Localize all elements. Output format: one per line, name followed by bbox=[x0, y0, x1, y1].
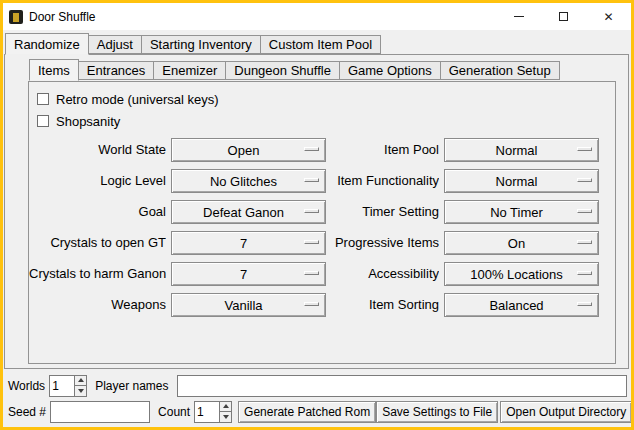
logic-level-value: No Glitches bbox=[210, 174, 287, 189]
close-icon: ✕ bbox=[603, 11, 613, 23]
count-increment-button[interactable] bbox=[220, 402, 231, 412]
tab-custom-item-pool[interactable]: Custom Item Pool bbox=[260, 35, 381, 54]
dropdown-indicator-icon bbox=[304, 271, 319, 275]
dropdown-indicator-icon bbox=[577, 240, 592, 244]
app-window: Door Shuffle ✕ Randomize Adjust Starting… bbox=[0, 0, 634, 430]
accessibility-dropdown[interactable]: 100% Locations bbox=[444, 262, 599, 286]
dropdown-indicator-icon bbox=[304, 302, 319, 306]
tab-adjust[interactable]: Adjust bbox=[88, 35, 142, 54]
item-functionality-label: Item Functionality bbox=[331, 169, 439, 193]
crystals-harm-ganon-dropdown[interactable]: 7 bbox=[171, 262, 326, 286]
worlds-row: Worlds Player names bbox=[8, 374, 628, 397]
dropdown-indicator-icon bbox=[304, 147, 319, 151]
logic-level-label: Logic Level bbox=[29, 169, 166, 193]
goal-label: Goal bbox=[29, 200, 166, 224]
item-functionality-dropdown[interactable]: Normal bbox=[444, 169, 599, 193]
spin-up-icon bbox=[223, 404, 229, 408]
retro-mode-checkbox-row[interactable]: Retro mode (universal keys) bbox=[37, 88, 615, 110]
window-title: Door Shuffle bbox=[29, 10, 96, 24]
weapons-label: Weapons bbox=[29, 293, 166, 317]
count-label: Count bbox=[158, 405, 190, 419]
tab-enemizer[interactable]: Enemizer bbox=[153, 61, 226, 80]
dropdown-indicator-icon bbox=[577, 178, 592, 182]
worlds-spin-buttons bbox=[74, 376, 86, 396]
close-button[interactable]: ✕ bbox=[586, 3, 631, 30]
seed-label: Seed # bbox=[8, 405, 46, 419]
dropdown-indicator-icon bbox=[304, 178, 319, 182]
weapons-value: Vanilla bbox=[224, 298, 272, 313]
goal-dropdown[interactable]: Defeat Ganon bbox=[171, 200, 326, 224]
seed-row: Seed # Count Generate Patched Rom Save S… bbox=[8, 400, 628, 423]
timer-setting-label: Timer Setting bbox=[331, 200, 439, 224]
accessibility-label: Accessibility bbox=[331, 262, 439, 286]
shopsanity-label: Shopsanity bbox=[56, 114, 120, 129]
dropdown-indicator-icon bbox=[304, 240, 319, 244]
open-output-directory-button[interactable]: Open Output Directory bbox=[500, 401, 632, 423]
worlds-label: Worlds bbox=[8, 379, 45, 393]
player-names-label: Player names bbox=[95, 379, 168, 393]
worlds-spinner[interactable] bbox=[49, 375, 87, 397]
weapons-dropdown[interactable]: Vanilla bbox=[171, 293, 326, 317]
item-sorting-value: Balanced bbox=[489, 298, 553, 313]
dropdown-indicator-icon bbox=[577, 209, 592, 213]
accessibility-value: 100% Locations bbox=[470, 267, 573, 282]
shopsanity-checkbox-row[interactable]: Shopsanity bbox=[37, 110, 615, 132]
tab-entrances[interactable]: Entrances bbox=[78, 61, 155, 80]
count-spin-buttons bbox=[219, 402, 231, 422]
tab-items[interactable]: Items bbox=[29, 59, 79, 81]
tab-game-options[interactable]: Game Options bbox=[339, 61, 441, 80]
progressive-items-label: Progressive Items bbox=[331, 231, 439, 255]
item-functionality-value: Normal bbox=[496, 174, 548, 189]
progressive-items-dropdown[interactable]: On bbox=[444, 231, 599, 255]
progressive-items-value: On bbox=[508, 236, 535, 251]
world-state-label: World State bbox=[29, 138, 166, 162]
tab-starting-inventory[interactable]: Starting Inventory bbox=[141, 35, 261, 54]
world-state-dropdown[interactable]: Open bbox=[171, 138, 326, 162]
crystals-open-gt-dropdown[interactable]: 7 bbox=[171, 231, 326, 255]
crystals-open-gt-label: Crystals to open GT bbox=[29, 231, 166, 255]
worlds-increment-button[interactable] bbox=[75, 376, 86, 386]
item-pool-dropdown[interactable]: Normal bbox=[444, 138, 599, 162]
dropdown-indicator-icon bbox=[577, 271, 592, 275]
maximize-icon bbox=[559, 12, 568, 21]
item-pool-label: Item Pool bbox=[331, 138, 439, 162]
spin-up-icon bbox=[78, 378, 84, 382]
worlds-input[interactable] bbox=[50, 376, 74, 396]
item-pool-value: Normal bbox=[496, 143, 548, 158]
main-tab-bar: Randomize Adjust Starting Inventory Cust… bbox=[5, 33, 380, 54]
generate-patched-rom-button[interactable]: Generate Patched Rom bbox=[238, 401, 376, 423]
count-spinner[interactable] bbox=[194, 401, 232, 423]
tab-randomize[interactable]: Randomize bbox=[5, 33, 89, 55]
window-controls: ✕ bbox=[496, 3, 631, 30]
tab-generation-setup[interactable]: Generation Setup bbox=[440, 61, 560, 80]
count-input[interactable] bbox=[195, 402, 219, 422]
retro-mode-checkbox[interactable] bbox=[37, 93, 49, 105]
maximize-button[interactable] bbox=[541, 3, 586, 30]
dropdown-indicator-icon bbox=[577, 147, 592, 151]
minimize-icon bbox=[514, 16, 524, 17]
count-decrement-button[interactable] bbox=[220, 411, 231, 422]
app-icon bbox=[9, 10, 23, 24]
logic-level-dropdown[interactable]: No Glitches bbox=[171, 169, 326, 193]
world-state-value: Open bbox=[228, 143, 270, 158]
player-names-input[interactable] bbox=[177, 375, 628, 397]
dropdown-indicator-icon bbox=[577, 302, 592, 306]
save-settings-button[interactable]: Save Settings to File bbox=[376, 401, 498, 423]
worlds-decrement-button[interactable] bbox=[75, 385, 86, 396]
options-grid: World State Open Item Pool Normal Logic … bbox=[29, 138, 615, 317]
items-tab-panel: Retro mode (universal keys) Shopsanity W… bbox=[28, 81, 616, 364]
item-sorting-dropdown[interactable]: Balanced bbox=[444, 293, 599, 317]
retro-mode-label: Retro mode (universal keys) bbox=[56, 92, 219, 107]
timer-setting-dropdown[interactable]: No Timer bbox=[444, 200, 599, 224]
tab-dungeon-shuffle[interactable]: Dungeon Shuffle bbox=[225, 61, 340, 80]
minimize-button[interactable] bbox=[496, 3, 541, 30]
spin-down-icon bbox=[78, 389, 84, 393]
titlebar[interactable]: Door Shuffle ✕ bbox=[3, 3, 631, 30]
crystals-harm-ganon-label: Crystals to harm Ganon bbox=[29, 262, 166, 286]
spin-down-icon bbox=[223, 415, 229, 419]
dropdown-indicator-icon bbox=[304, 209, 319, 213]
shopsanity-checkbox[interactable] bbox=[37, 115, 49, 127]
goal-value: Defeat Ganon bbox=[203, 205, 294, 220]
seed-input[interactable] bbox=[50, 401, 150, 423]
crystals-open-gt-value: 7 bbox=[240, 236, 257, 251]
